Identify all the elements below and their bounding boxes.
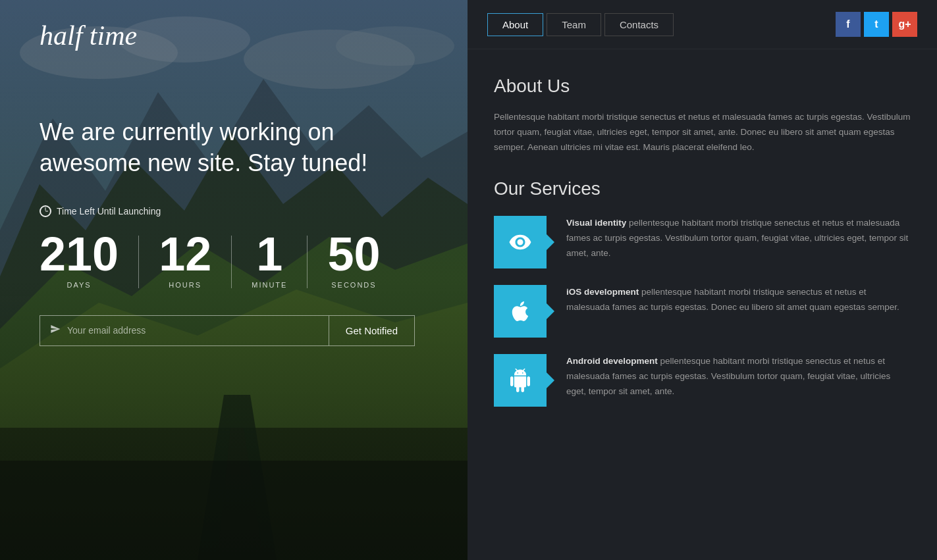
service-title-visual: Visual identity [566,218,626,228]
navigation: About Team Contacts f t g+ [468,0,937,49]
email-input-wrapper [40,315,329,346]
service-item-android: Android development pellentesque habitan… [494,354,911,407]
service-icon-android [494,354,547,407]
countdown: 210 DAYS 12 HOURS 1 MINUTE 50 SECONDS [40,230,428,289]
service-title-ios: iOS development [566,287,639,297]
nav-about[interactable]: About [487,13,543,36]
service-item-visual: Visual identity pellentesque habitant mo… [494,216,911,268]
about-title: About Us [494,76,911,97]
countdown-divider-2 [231,236,232,288]
days-value: 210 [40,230,119,278]
service-icon-ios [494,285,547,338]
days-label: DAYS [40,281,119,289]
main-content: About Us Pellentesque habitant morbi tri… [468,49,937,560]
twitter-button[interactable]: t [864,12,889,37]
apple-icon [508,299,532,323]
seconds-unit: 50 SECONDS [327,230,380,289]
minutes-unit: 1 MINUTE [252,230,287,289]
eye-icon [508,230,532,254]
service-arrow-visual [547,234,554,250]
service-text-ios: iOS development pellentesque habitant mo… [554,285,911,315]
clock-icon [40,205,51,217]
left-panel: half time We are currently working on aw… [0,0,468,560]
hours-label: HOURS [159,281,211,289]
service-item-ios: iOS development pellentesque habitant mo… [494,285,911,338]
hero-text: We are currently working on awesome new … [40,117,421,179]
seconds-value: 50 [327,230,380,278]
services-title: Our Services [494,178,911,199]
nav-links: About Team Contacts [487,13,674,36]
notify-button[interactable]: Get Notified [329,315,415,346]
social-links: f t g+ [836,12,917,37]
service-arrow-android [547,372,554,388]
nav-team[interactable]: Team [547,13,601,36]
countdown-divider-3 [307,236,308,288]
send-icon [50,324,61,337]
hours-unit: 12 HOURS [159,230,211,289]
service-arrow-ios [547,303,554,319]
email-input[interactable] [67,316,319,345]
service-text-android: Android development pellentesque habitan… [554,354,911,399]
minutes-value: 1 [252,230,287,278]
facebook-button[interactable]: f [836,12,861,37]
countdown-divider-1 [138,236,139,288]
minutes-label: MINUTE [252,281,287,289]
hours-value: 12 [159,230,211,278]
left-content: half time We are currently working on aw… [0,0,468,560]
time-label: Time Left Until Launching [40,205,428,217]
googleplus-button[interactable]: g+ [892,12,917,37]
about-text: Pellentesque habitant morbi tristique se… [494,110,911,155]
seconds-label: SECONDS [327,281,380,289]
service-icon-visual [494,216,547,268]
android-icon [508,369,532,392]
email-section: Get Notified [40,315,415,346]
service-text-visual: Visual identity pellentesque habitant mo… [554,216,911,261]
days-unit: 210 DAYS [40,230,119,289]
service-title-android: Android development [566,356,658,366]
right-panel: About Team Contacts f t g+ About Us Pell… [468,0,937,560]
nav-contacts[interactable]: Contacts [604,13,674,36]
logo: half time [40,20,428,51]
